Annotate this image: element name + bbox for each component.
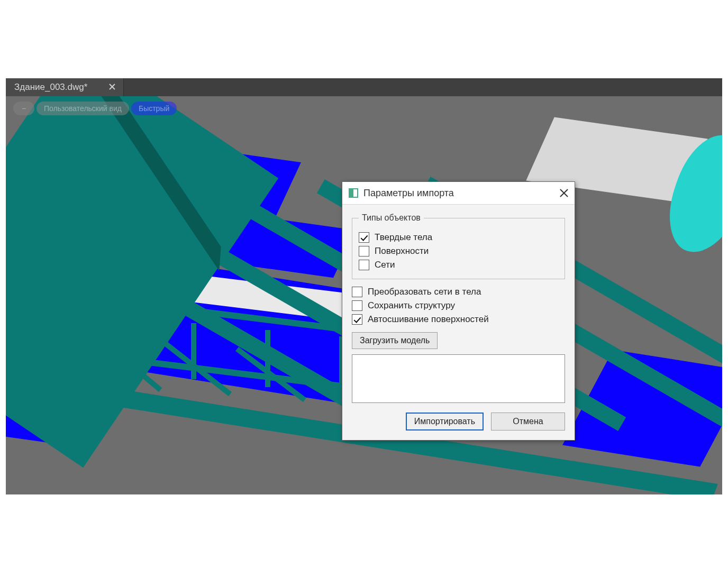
checkbox-label: Поверхности [375, 246, 429, 256]
view-controls: − Пользовательский вид Быстрый [13, 102, 177, 115]
checkbox-row-keep[interactable]: Сохранить структуру [352, 300, 565, 311]
dialog-body: Типы объектов Твердые тела Поверхности С… [342, 205, 575, 440]
dialog-titlebar[interactable]: Параметры импорта [342, 182, 575, 205]
checkbox-keep[interactable] [352, 300, 362, 311]
view-mode-pill[interactable]: Быстрый [131, 102, 177, 115]
checkbox-row-surfaces[interactable]: Поверхности [359, 246, 558, 256]
document-tab-title: Здание_003.dwg* [14, 82, 87, 93]
checkbox-row-convert[interactable]: Преобразовать сети в тела [352, 287, 565, 297]
view-name-pill[interactable]: Пользовательский вид [37, 102, 129, 115]
view-minus-button[interactable]: − [13, 102, 34, 115]
checkbox-surfaces[interactable] [359, 246, 369, 256]
object-types-group: Типы объектов Твердые тела Поверхности С… [352, 213, 565, 279]
checkbox-label: Преобразовать сети в тела [368, 287, 481, 297]
checkbox-autostitch[interactable] [352, 314, 362, 325]
checkbox-meshes[interactable] [359, 260, 369, 270]
checkbox-row-solids[interactable]: Твердые тела [359, 232, 558, 243]
document-tab[interactable]: Здание_003.dwg* [6, 78, 124, 96]
object-types-legend: Типы объектов [359, 213, 424, 223]
import-params-dialog: Параметры импорта Типы объектов Твердые … [342, 181, 575, 441]
close-icon[interactable] [559, 188, 569, 198]
checkbox-solids[interactable] [359, 232, 369, 243]
dialog-title: Параметры импорта [363, 188, 559, 199]
checkbox-label: Твердые тела [375, 232, 432, 243]
checkbox-label: Сети [375, 260, 395, 270]
checkbox-label: Сохранить структуру [368, 300, 455, 311]
checkbox-label: Автосшивание поверхностей [368, 314, 489, 325]
dialog-actions: Импортировать Отмена [352, 413, 565, 430]
dialog-app-icon [349, 188, 358, 198]
model-list-box[interactable] [352, 354, 565, 403]
document-tabstrip: Здание_003.dwg* [6, 78, 722, 96]
close-icon[interactable] [108, 84, 116, 91]
load-model-button[interactable]: Загрузить модель [352, 332, 438, 349]
checkbox-row-autostitch[interactable]: Автосшивание поверхностей [352, 314, 565, 325]
checkbox-convert[interactable] [352, 287, 362, 297]
import-button[interactable]: Импортировать [406, 413, 484, 430]
cancel-button[interactable]: Отмена [491, 413, 565, 430]
app-stage: Здание_003.dwg* − Пользовательский вид Б… [6, 78, 722, 494]
checkbox-row-meshes[interactable]: Сети [359, 260, 558, 270]
